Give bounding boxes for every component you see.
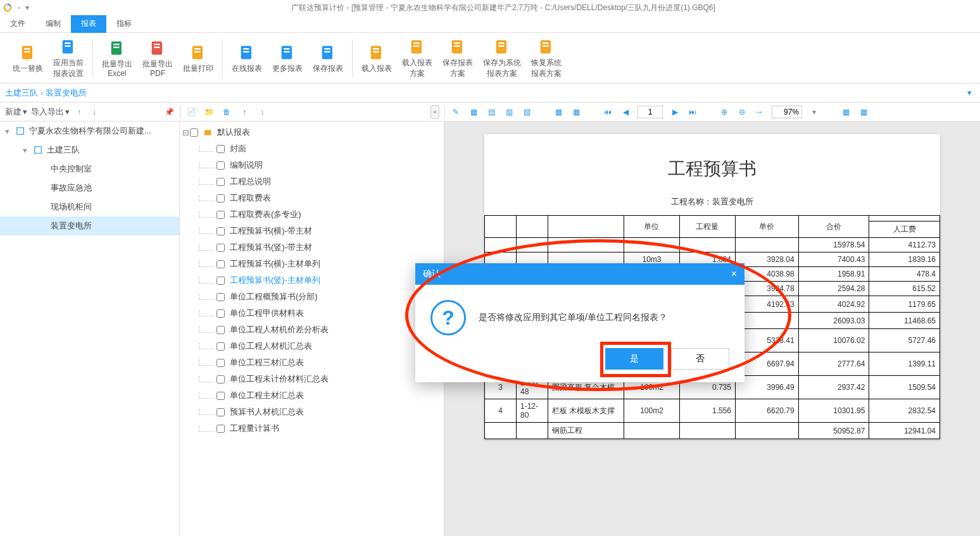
tree-item-4[interactable]: 现场机柜间 <box>0 197 179 216</box>
report-item-12[interactable]: 单位工程人材机汇总表 <box>180 338 444 354</box>
zoom-in-icon[interactable]: ⊕ <box>719 106 730 118</box>
report-checkbox[interactable] <box>217 277 225 285</box>
report-checkbox[interactable] <box>217 145 225 153</box>
report-item-4[interactable]: 工程取费表(多专业) <box>180 206 444 223</box>
first-page-icon[interactable]: ⏮ <box>602 106 613 118</box>
report-item-9[interactable]: 单位工程概预算书(分部) <box>180 289 444 305</box>
breadcrumb-dropdown-icon[interactable]: ▾ <box>964 87 975 99</box>
collapse-mid-icon[interactable]: « <box>430 105 439 119</box>
fit-width-icon[interactable]: ↔ <box>754 106 765 118</box>
zoom-out-icon[interactable]: ⊖ <box>736 106 748 118</box>
ribbon-print-button[interactable]: 批量打印 <box>178 40 218 77</box>
next-page-icon[interactable]: ▶ <box>669 106 681 118</box>
ribbon-save-button[interactable]: 保存报表 <box>308 40 348 77</box>
ribbon-load2-button[interactable]: 载入报表方案 <box>397 34 437 82</box>
ribbon-excel-button[interactable]: 批量导出Excel <box>97 35 137 81</box>
tree-item-3[interactable]: 事故应急池 <box>0 178 179 197</box>
ribbon-restore-button[interactable]: 恢复系统报表方案 <box>526 34 567 82</box>
report-checkbox[interactable] <box>217 293 225 301</box>
report-item-15[interactable]: 单位工程主材汇总表 <box>180 387 444 404</box>
report-checkbox[interactable] <box>217 408 225 416</box>
zoom-dropdown-icon[interactable]: ▾ <box>808 106 820 118</box>
report-checkbox[interactable] <box>217 178 225 186</box>
ribbon-pdf-button[interactable]: 批量导出PDF <box>137 35 178 81</box>
no-button[interactable]: 否 <box>671 348 729 370</box>
report-item-17[interactable]: 工程量计算书 <box>180 420 444 437</box>
tool-f-icon[interactable]: ▦ <box>840 106 851 118</box>
tree-item-5[interactable]: 装置变电所 <box>0 216 179 235</box>
zoom-input[interactable] <box>772 106 802 118</box>
report-root-checkbox[interactable] <box>190 128 198 137</box>
item-down-icon[interactable]: ↓ <box>256 106 268 118</box>
report-checkbox[interactable] <box>217 425 225 433</box>
report-checkbox[interactable] <box>217 244 225 252</box>
report-checkbox[interactable] <box>217 260 225 268</box>
yes-button[interactable]: 是 <box>605 348 663 370</box>
report-item-13[interactable]: 单位工程三材汇总表 <box>180 354 444 371</box>
ribbon-more-button[interactable]: 更多报表 <box>267 40 308 77</box>
item-up-icon[interactable]: ↑ <box>239 106 250 118</box>
edit-icon[interactable]: ✎ <box>450 106 462 118</box>
tree-item-0[interactable]: ▾宁夏永农生物科学有限公司新建... <box>0 122 179 140</box>
caret-icon[interactable]: ▾ <box>23 146 30 155</box>
report-checkbox[interactable] <box>217 161 225 170</box>
report-item-16[interactable]: 预算书人材机汇总表 <box>180 404 444 420</box>
report-checkbox[interactable] <box>217 326 225 334</box>
report-checkbox[interactable] <box>217 309 225 318</box>
prev-page-icon[interactable]: ◀ <box>620 106 631 118</box>
collapse-icon[interactable]: ⊟ <box>182 128 190 137</box>
move-down-icon[interactable]: ↓ <box>89 106 100 118</box>
report-checkbox[interactable] <box>217 211 225 219</box>
report-checkbox[interactable] <box>217 342 225 351</box>
ribbon-replace-button[interactable]: 统一替换 <box>8 40 48 77</box>
new-button[interactable]: 新建 ▾ <box>5 106 27 118</box>
report-item-1[interactable]: 编制说明 <box>180 157 444 173</box>
breadcrumb-part-0[interactable]: 土建三队 <box>5 87 38 99</box>
tool-g-icon[interactable]: ▦ <box>858 106 869 118</box>
add-report-icon[interactable]: 📄 <box>185 106 197 118</box>
report-item-3[interactable]: 工程取费表 <box>180 190 444 206</box>
import-export-button[interactable]: 导入导出 ▾ <box>31 106 70 118</box>
report-item-2[interactable]: 工程总说明 <box>180 173 444 190</box>
last-page-icon[interactable]: ⏭ <box>687 106 698 118</box>
report-item-10[interactable]: 单位工程甲供材料表 <box>180 305 444 321</box>
report-checkbox[interactable] <box>217 359 225 367</box>
tool-b-icon[interactable]: ▥ <box>503 106 515 118</box>
menu-indicator[interactable]: 指标 <box>106 15 142 33</box>
report-item-14[interactable]: 单位工程未计价材料汇总表 <box>180 371 444 387</box>
titlebar-quick-icon[interactable]: ▫ <box>18 3 20 12</box>
report-item-11[interactable]: 单位工程人材机价差分析表 <box>180 321 444 338</box>
ribbon-online-button[interactable]: 在线报表 <box>227 40 267 77</box>
report-checkbox[interactable] <box>217 375 225 383</box>
menu-edit[interactable]: 编制 <box>35 15 71 33</box>
caret-icon[interactable]: ▾ <box>5 127 13 136</box>
menu-file[interactable]: 文件 <box>0 15 35 33</box>
ribbon-savesys-button[interactable]: 保存为系统报表方案 <box>478 34 526 82</box>
page-number-input[interactable] <box>638 106 663 118</box>
ribbon-load-button[interactable]: 载入报表 <box>356 40 397 77</box>
report-root[interactable]: ⊟ 默认报表 <box>180 124 444 140</box>
dialog-close-icon[interactable]: × <box>731 268 737 280</box>
move-up-icon[interactable]: ↑ <box>73 106 85 118</box>
report-item-5[interactable]: 工程预算书(横)-带主材 <box>180 223 444 239</box>
add-folder-icon[interactable]: 📁 <box>203 106 215 118</box>
ribbon-apply-button[interactable]: 应用当前报表设置 <box>48 34 89 82</box>
tree-item-1[interactable]: ▾土建三队 <box>0 140 179 159</box>
breadcrumb-part-1[interactable]: 装置变电所 <box>46 87 87 99</box>
menu-report[interactable]: 报表 <box>71 15 106 33</box>
page-setup-icon[interactable]: ▦ <box>468 106 479 118</box>
tree-item-2[interactable]: 中央控制室 <box>0 159 179 178</box>
report-item-8[interactable]: 工程预算书(竖)-主材单列 <box>180 272 444 289</box>
breadcrumb[interactable]: 土建三队 › 装置变电所 ▾ <box>0 84 980 103</box>
report-checkbox[interactable] <box>217 194 225 203</box>
report-item-0[interactable]: 封面 <box>180 140 444 157</box>
report-checkbox[interactable] <box>217 392 225 400</box>
tool-a-icon[interactable]: ▤ <box>486 106 497 118</box>
ribbon-save2-button[interactable]: 保存报表方案 <box>437 34 478 82</box>
tool-c-icon[interactable]: ▧ <box>521 106 532 118</box>
tool-e-icon[interactable]: ▦ <box>570 106 582 118</box>
pin-icon[interactable]: 📌 <box>163 106 175 118</box>
tool-d-icon[interactable]: ▦ <box>553 106 564 118</box>
report-checkbox[interactable] <box>217 227 225 235</box>
report-item-7[interactable]: 工程预算书(横)-主材单列 <box>180 256 444 272</box>
